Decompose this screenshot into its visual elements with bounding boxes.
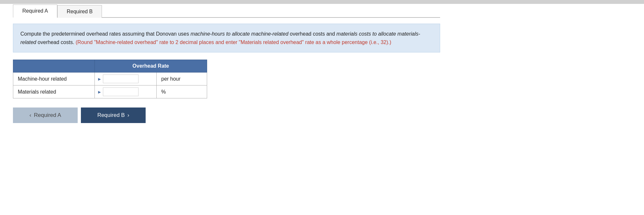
- instruction-red-text: (Round "Machine-related overhead" rate t…: [76, 40, 391, 45]
- instruction-italic-1: machine-hours to allocate machine-relate…: [191, 31, 288, 37]
- table-row: Materials related ► %: [13, 85, 207, 98]
- next-label: Required B: [97, 112, 125, 119]
- machine-input-wrapper: ►: [97, 74, 154, 83]
- prev-label: Required A: [34, 112, 61, 119]
- materials-arrow-icon: ►: [97, 89, 102, 95]
- materials-rate-input[interactable]: [103, 87, 139, 96]
- page-container: Required A Required B Compute the predet…: [0, 4, 453, 136]
- machine-arrow-icon: ►: [97, 76, 102, 82]
- table-header-overhead-rate: Overhead Rate: [94, 60, 207, 73]
- tab-required-a-label: Required A: [22, 8, 48, 14]
- row-label-machine: Machine-hour related: [13, 73, 95, 85]
- materials-input-cell: ►: [94, 85, 157, 98]
- tab-required-b[interactable]: Required B: [57, 5, 102, 18]
- tab-required-b-label: Required B: [67, 9, 93, 14]
- row-label-materials: Materials related: [13, 85, 95, 98]
- machine-unit-cell: per hour: [157, 73, 207, 85]
- nav-buttons: ‹ Required A Required B ›: [13, 107, 440, 123]
- top-bar: [0, 0, 644, 4]
- next-icon: ›: [128, 112, 129, 119]
- prev-button[interactable]: ‹ Required A: [13, 107, 78, 123]
- next-button[interactable]: Required B ›: [81, 107, 146, 123]
- table-row: Machine-hour related ► per hour: [13, 73, 207, 85]
- instruction-text-2: overhead costs and: [288, 31, 337, 37]
- tab-required-a[interactable]: Required A: [13, 5, 57, 18]
- machine-hour-rate-input[interactable]: [103, 74, 139, 83]
- instruction-text-1: Compute the predetermined overhead rates…: [20, 31, 191, 37]
- instruction-box: Compute the predetermined overhead rates…: [13, 24, 440, 52]
- machine-input-cell: ►: [94, 73, 157, 85]
- prev-icon: ‹: [29, 112, 31, 119]
- instruction-text-3: overhead costs.: [36, 40, 76, 45]
- materials-unit-cell: %: [157, 85, 207, 98]
- materials-input-wrapper: ►: [97, 87, 154, 96]
- overhead-table: Overhead Rate Machine-hour related ► per…: [13, 60, 207, 98]
- table-header-label-cell: [13, 60, 95, 73]
- tabs-row: Required A Required B: [13, 4, 440, 18]
